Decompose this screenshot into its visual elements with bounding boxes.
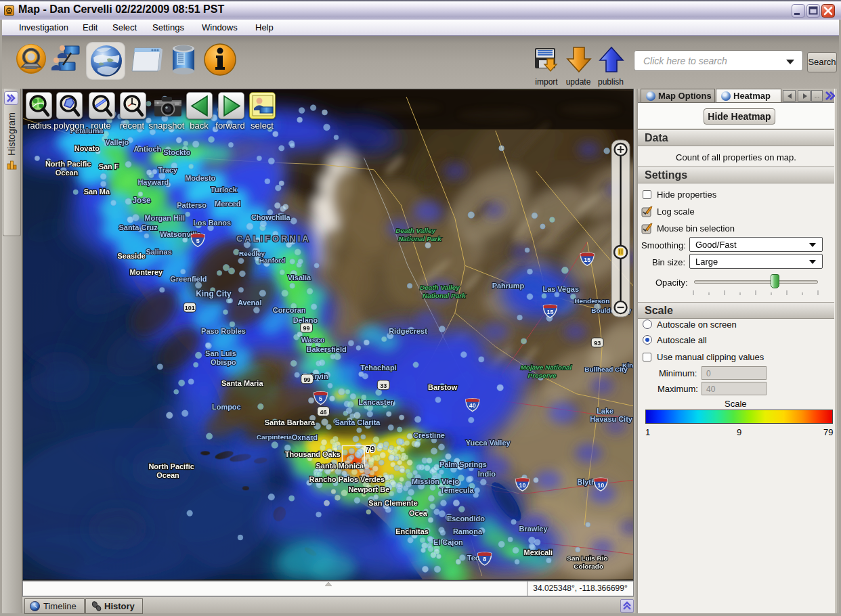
svg-text:Monterey: Monterey xyxy=(129,268,163,276)
svg-text:CALIFORNIA: CALIFORNIA xyxy=(236,234,311,244)
svg-text:99: 99 xyxy=(303,325,310,332)
svg-text:Ocean: Ocean xyxy=(56,169,79,177)
svg-text:Oxnard: Oxnard xyxy=(292,433,318,441)
svg-text:Pahrump: Pahrump xyxy=(492,282,525,290)
svg-text:Tracy: Tracy xyxy=(158,166,178,174)
svg-text:Mojave National: Mojave National xyxy=(521,364,572,371)
svg-text:Visalia: Visalia xyxy=(288,273,311,282)
svg-text:Palm Springs: Palm Springs xyxy=(439,460,487,468)
svg-text:Rancho Palos Verdes: Rancho Palos Verdes xyxy=(309,475,385,483)
svg-text:5: 5 xyxy=(196,238,200,244)
svg-text:San Luis Rio: San Luis Rio xyxy=(567,554,607,562)
svg-text:Thousand Oaks: Thousand Oaks xyxy=(285,450,341,458)
svg-text:Santa Barbara: Santa Barbara xyxy=(265,418,316,426)
svg-text:Escondido: Escondido xyxy=(447,514,485,523)
svg-text:Mexicali: Mexicali xyxy=(524,548,553,556)
svg-text:Barstow: Barstow xyxy=(428,383,458,391)
svg-text:Carpinteria: Carpinteria xyxy=(257,433,293,441)
svg-text:Encinitas: Encinitas xyxy=(395,527,429,535)
svg-text:San Clemente: San Clemente xyxy=(368,499,417,507)
svg-text:Santa Cruz: Santa Cruz xyxy=(119,223,158,232)
svg-text:Lake: Lake xyxy=(597,407,613,415)
svg-text:Novato: Novato xyxy=(74,144,100,152)
svg-text:Newport Be: Newport Be xyxy=(348,485,389,493)
svg-text:40: 40 xyxy=(469,402,476,409)
svg-text:99: 99 xyxy=(304,376,311,383)
svg-text:King: King xyxy=(622,361,633,369)
svg-text:Morgan Hill: Morgan Hill xyxy=(144,214,185,222)
svg-text:Indio: Indio xyxy=(478,470,496,478)
svg-text:Stockto: Stockto xyxy=(163,148,190,156)
svg-text:North Pacific: North Pacific xyxy=(45,160,91,168)
svg-text:Santa Clarita: Santa Clarita xyxy=(335,418,381,426)
svg-text:Ridgecrest: Ridgecrest xyxy=(389,327,427,335)
svg-text:Wasco: Wasco xyxy=(301,336,325,344)
svg-text:Paso Robles: Paso Robles xyxy=(201,327,246,335)
svg-text:Death Valley: Death Valley xyxy=(395,227,435,234)
svg-text:Santa Maria: Santa Maria xyxy=(221,379,263,387)
svg-text:Bakersfield: Bakersfield xyxy=(307,345,347,353)
svg-text:Havasu City: Havasu City xyxy=(590,415,633,423)
svg-text:Hayward: Hayward xyxy=(137,178,169,186)
svg-text:46: 46 xyxy=(320,409,327,416)
svg-text:Ocean: Ocean xyxy=(156,471,179,479)
svg-text:Salinas: Salinas xyxy=(146,248,171,256)
svg-text:Lompoc: Lompoc xyxy=(212,403,241,411)
svg-text:Greenfield: Greenfield xyxy=(170,275,207,283)
svg-text:Patterso: Patterso xyxy=(177,201,207,209)
svg-text:Las Vegas: Las Vegas xyxy=(542,285,579,293)
svg-text:Bullhead City: Bullhead City xyxy=(584,366,628,373)
svg-text:Brawley: Brawley xyxy=(519,525,548,533)
svg-text:Chowchilla: Chowchilla xyxy=(251,213,291,221)
svg-text:Henderson: Henderson xyxy=(574,297,609,305)
svg-text:8: 8 xyxy=(483,556,486,563)
svg-text:Modesto: Modesto xyxy=(185,174,215,182)
svg-text:Ramona: Ramona xyxy=(453,527,483,535)
svg-text:Crestline: Crestline xyxy=(413,431,445,439)
svg-text:North Pacific: North Pacific xyxy=(148,462,194,470)
svg-text:Turlock: Turlock xyxy=(211,185,238,194)
svg-text:Jose: Jose xyxy=(132,196,151,205)
svg-text:15: 15 xyxy=(546,309,553,315)
svg-text:San F: San F xyxy=(99,162,119,171)
svg-text:Temecula: Temecula xyxy=(440,486,475,494)
svg-text:Colorado: Colorado xyxy=(574,563,603,570)
svg-text:5: 5 xyxy=(319,395,322,402)
svg-text:Lancaster: Lancaster xyxy=(358,398,393,406)
svg-text:King City: King City xyxy=(196,289,232,299)
svg-text:Seaside: Seaside xyxy=(118,252,146,260)
svg-text:Preserve: Preserve xyxy=(528,372,557,379)
svg-text:National Park: National Park xyxy=(398,235,441,242)
svg-text:Mission Viejo: Mission Viejo xyxy=(412,477,459,485)
svg-text:Tehachapi: Tehachapi xyxy=(360,364,396,372)
svg-text:Ocea: Ocea xyxy=(409,509,428,517)
svg-text:San Luis: San Luis xyxy=(205,349,236,357)
svg-text:Yucca Valley: Yucca Valley xyxy=(466,439,511,447)
svg-text:101: 101 xyxy=(185,305,195,311)
svg-text:Corcoran: Corcoran xyxy=(273,306,306,314)
svg-text:Avenal: Avenal xyxy=(238,299,262,307)
svg-text:El Cajon: El Cajon xyxy=(433,538,463,546)
svg-text:Santa Monica: Santa Monica xyxy=(316,462,365,470)
svg-text:10: 10 xyxy=(519,482,526,489)
svg-text:79: 79 xyxy=(366,445,375,454)
svg-text:33: 33 xyxy=(380,382,387,389)
svg-text:Merced: Merced xyxy=(215,200,240,208)
svg-text:San Ma: San Ma xyxy=(84,188,110,196)
svg-text:10: 10 xyxy=(597,482,604,489)
svg-text:93: 93 xyxy=(594,340,601,347)
svg-text:Los Banos: Los Banos xyxy=(193,219,231,227)
svg-text:Reedley: Reedley xyxy=(239,250,265,257)
svg-text:Obispo: Obispo xyxy=(211,358,236,366)
svg-text:Death Valley: Death Valley xyxy=(420,284,460,291)
svg-text:National Park: National Park xyxy=(423,292,466,299)
svg-text:15: 15 xyxy=(584,257,590,263)
svg-text:Vallejo: Vallejo xyxy=(106,138,129,146)
svg-text:Hanford: Hanford xyxy=(259,257,285,264)
svg-text:Antioch: Antioch xyxy=(133,145,161,153)
